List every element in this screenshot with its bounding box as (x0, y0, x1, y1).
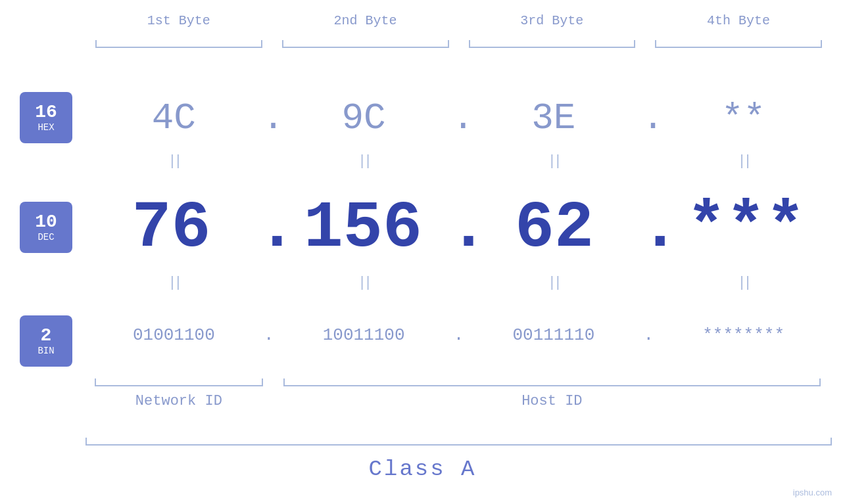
host-id-bracket (272, 375, 832, 386)
dec-dot-1: . (257, 191, 277, 265)
hex-base-name: HEX (37, 122, 54, 133)
host-id-label: Host ID (272, 393, 832, 409)
hex-base-badge: 16 HEX (20, 92, 72, 143)
hex-dot-2: . (452, 97, 466, 139)
hex-val-4: ** (655, 97, 832, 139)
eq-1-3: || (466, 153, 642, 170)
dec-dot-3: . (640, 191, 660, 265)
top-bracket-1 (95, 36, 262, 48)
eq-2-1: || (85, 275, 262, 291)
network-id-bracket (85, 375, 272, 386)
dec-base-num: 10 (35, 212, 57, 233)
hex-row: 4C . 9C . 3E . ** (85, 92, 832, 145)
bin-val-1: 01001100 (85, 325, 262, 345)
eq-2-4: || (655, 275, 832, 291)
dec-base-name: DEC (37, 232, 54, 242)
bin-dot-3: . (642, 325, 655, 345)
outer-bracket (85, 434, 832, 446)
bottom-brackets-row (85, 375, 832, 386)
dec-val-1: 76 (85, 191, 257, 265)
dec-dot-2: . (449, 191, 469, 265)
hex-val-1: 4C (85, 97, 262, 139)
id-labels-row: Network ID Host ID (85, 393, 832, 409)
bin-base-name: BIN (37, 346, 54, 356)
top-bracket-2 (282, 36, 449, 48)
bin-dot-2: . (452, 325, 466, 345)
watermark: ipshu.com (793, 488, 832, 497)
top-bracket-3 (469, 36, 636, 48)
hex-val-3: 3E (466, 97, 642, 139)
class-label: Class A (0, 457, 845, 482)
eq-1-1: || (85, 153, 262, 170)
eq-1-4: || (655, 153, 832, 170)
hex-dot-3: . (642, 97, 655, 139)
byte-headers-row: 1st Byte 2nd Byte 3rd Byte 4th Byte (85, 13, 832, 28)
eq-2-3: || (466, 275, 642, 291)
dec-row: 76 . 156 . 62 . *** (85, 194, 832, 263)
dec-val-2: 156 (277, 191, 448, 265)
bin-val-3: 00111110 (466, 325, 642, 345)
eq-row-1: || || || || (85, 151, 832, 171)
bin-dot-1: . (262, 325, 276, 345)
network-id-label: Network ID (85, 393, 272, 409)
bin-val-4: ******** (655, 325, 832, 345)
dec-base-badge: 10 DEC (20, 202, 72, 253)
top-bracket-4 (655, 36, 822, 48)
dec-val-3: 62 (469, 191, 640, 265)
eq-2-2: || (276, 275, 452, 291)
top-brackets (85, 36, 832, 48)
byte-header-4: 4th Byte (645, 13, 832, 28)
byte-header-1: 1st Byte (85, 13, 272, 28)
bin-val-2: 10011100 (276, 325, 452, 345)
hex-val-2: 9C (276, 97, 452, 139)
hex-dot-1: . (262, 97, 276, 139)
eq-1-2: || (276, 153, 452, 170)
bin-row: 01001100 . 10011100 . 00111110 . *******… (85, 315, 832, 355)
byte-header-2: 2nd Byte (272, 13, 459, 28)
bin-base-badge: 2 BIN (20, 315, 72, 367)
hex-base-num: 16 (35, 103, 57, 123)
byte-header-3: 3rd Byte (459, 13, 646, 28)
dec-val-4: *** (660, 191, 832, 265)
eq-row-2: || || || || (85, 273, 832, 292)
main-layout: 1st Byte 2nd Byte 3rd Byte 4th Byte (0, 0, 845, 504)
bin-base-num: 2 (41, 326, 52, 346)
